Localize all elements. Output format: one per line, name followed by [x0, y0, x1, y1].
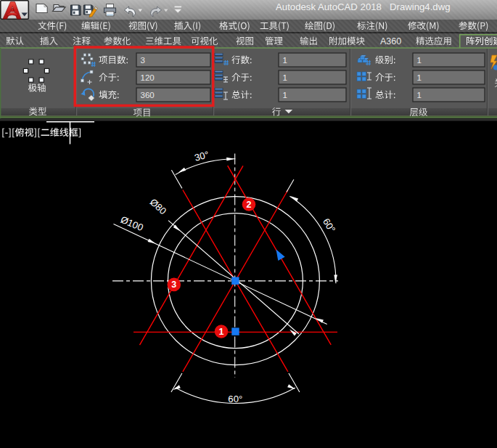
svg-text:1: 1 — [219, 327, 224, 337]
svg-text:1: 1 — [283, 73, 287, 82]
svg-text:1: 1 — [417, 73, 422, 82]
svg-text:Autodesk AutoCAD 2018: Autodesk AutoCAD 2018 — [276, 1, 382, 12]
svg-text:60°: 60° — [228, 394, 242, 404]
svg-text:120: 120 — [141, 73, 155, 82]
svg-text:2: 2 — [247, 200, 252, 210]
svg-text:Drawing4.dwg: Drawing4.dwg — [390, 1, 451, 12]
svg-text:1: 1 — [417, 91, 422, 99]
svg-text:1: 1 — [283, 91, 287, 99]
svg-text:1: 1 — [417, 56, 422, 65]
svg-text:3: 3 — [171, 280, 176, 290]
svg-text:3: 3 — [141, 56, 145, 65]
svg-text:A360: A360 — [380, 36, 401, 46]
svg-text:360: 360 — [141, 91, 155, 99]
svg-text:1: 1 — [283, 56, 287, 65]
